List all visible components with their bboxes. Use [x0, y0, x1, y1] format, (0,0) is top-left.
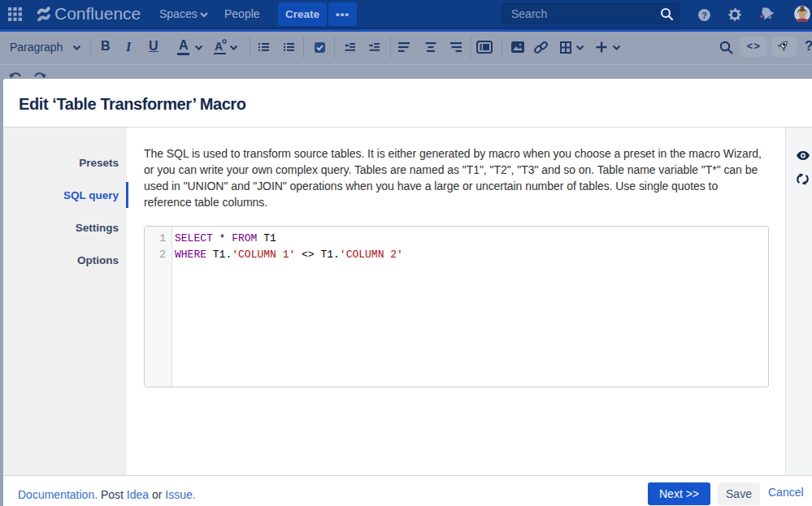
- svg-text:?: ?: [701, 11, 706, 20]
